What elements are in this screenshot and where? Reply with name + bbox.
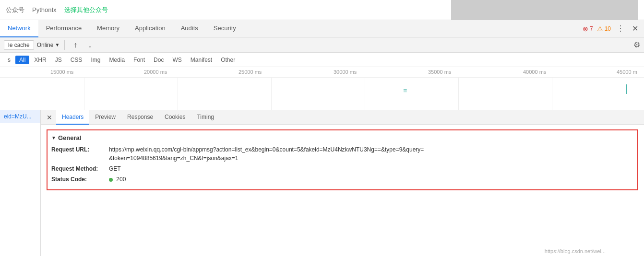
disable-cache-button[interactable]: le cache xyxy=(4,40,34,50)
request-url-value: https://mp.weixin.qq.com/cgi-bin/appmsg?… xyxy=(109,145,424,163)
status-code-label: Status Code: xyxy=(51,175,109,184)
tab-security[interactable]: Security xyxy=(206,20,244,37)
timeline-gridline-2 xyxy=(178,78,178,110)
timeline-gridline-6 xyxy=(552,78,552,110)
filter-all-button[interactable]: All xyxy=(15,56,29,64)
filter-other-button[interactable]: Other xyxy=(217,56,239,64)
detail-close-button[interactable]: ✕ xyxy=(43,110,56,125)
filter-bar: s All XHR JS CSS Img Media Font Doc WS M… xyxy=(0,53,644,67)
request-url-label: Request URL: xyxy=(51,145,109,163)
detail-tab-cookies[interactable]: Cookies xyxy=(159,110,191,125)
main-content: eid=MzU... ✕ Headers Preview Response Co… xyxy=(0,110,644,256)
toolbar-right: ⚙ xyxy=(633,40,640,49)
upload-button[interactable]: ↑ xyxy=(70,39,81,51)
devtools-tabs: Network Performance Memory Application A… xyxy=(0,20,644,37)
filter-s-button[interactable]: s xyxy=(4,56,14,64)
settings-icon[interactable]: ⚙ xyxy=(633,40,640,49)
headers-content: ▼ General Request URL: https://mp.weixin… xyxy=(41,125,644,256)
tab-network[interactable]: Network xyxy=(0,20,38,37)
throttle-arrow-icon: ▼ xyxy=(55,42,60,47)
timeline-mark-35000: 35000 ms xyxy=(428,69,451,75)
error-badge: ⊗ 7 xyxy=(583,25,593,33)
filter-doc-button[interactable]: Doc xyxy=(150,56,167,64)
request-list: eid=MzU... xyxy=(0,110,41,256)
watermark: https://blog.csdn.net/wei... xyxy=(545,248,606,254)
tab-audits[interactable]: Audits xyxy=(173,20,206,37)
top-bar: 公众号 PythonIx 选择其他公众号 xyxy=(0,0,644,20)
filter-img-button[interactable]: Img xyxy=(87,56,104,64)
filter-ws-button[interactable]: WS xyxy=(168,56,185,64)
tab-application[interactable]: Application xyxy=(127,20,173,37)
switch-account-link[interactable]: 选择其他公众号 xyxy=(64,6,108,14)
right-panel: ✕ Headers Preview Response Cookies Timin… xyxy=(41,110,644,256)
warning-badge: ⚠ 10 xyxy=(597,25,611,33)
timeline: 15000 ms 20000 ms 25000 ms 30000 ms 3500… xyxy=(0,67,644,110)
more-button[interactable]: ⋮ xyxy=(615,22,626,35)
request-method-label: Request Method: xyxy=(51,164,109,173)
warning-icon: ⚠ xyxy=(597,25,603,33)
filter-manifest-button[interactable]: Manifest xyxy=(187,56,216,64)
timeline-marker-1: ≡ xyxy=(403,87,407,94)
close-devtools-button[interactable]: ✕ xyxy=(630,22,640,35)
timeline-gridline-3 xyxy=(271,78,272,110)
error-icon: ⊗ xyxy=(583,25,588,33)
status-code-value: 200 xyxy=(109,175,126,184)
network-toolbar: le cache Online ▼ ↑ ↓ ⚙ xyxy=(0,37,644,53)
filter-css-button[interactable]: CSS xyxy=(67,56,86,64)
devtools-tabs-right: ⊗ 7 ⚠ 10 ⋮ ✕ xyxy=(583,22,644,35)
timeline-gridline-4 xyxy=(365,78,365,110)
tab-performance[interactable]: Performance xyxy=(38,20,89,37)
detail-tabs: ✕ Headers Preview Response Cookies Timin… xyxy=(41,110,644,125)
timeline-mark-20000: 20000 ms xyxy=(144,69,167,75)
detail-tab-timing[interactable]: Timing xyxy=(191,110,220,125)
timeline-mark-25000: 25000 ms xyxy=(239,69,262,75)
timeline-marker-2 xyxy=(626,84,627,94)
request-item[interactable]: eid=MzU... xyxy=(0,110,40,123)
brand-label: 公众号 xyxy=(6,6,24,14)
timeline-gridline-1 xyxy=(84,78,84,110)
account-label: PythonIx xyxy=(32,6,57,13)
screenshot-area xyxy=(451,0,638,20)
request-method-row: Request Method: GET xyxy=(51,164,633,173)
error-count: 7 xyxy=(590,25,593,32)
tab-memory[interactable]: Memory xyxy=(89,20,127,37)
status-code-row: Status Code: 200 xyxy=(51,175,633,184)
timeline-mark-45000: 45000 m xyxy=(617,69,637,75)
request-url-row: Request URL: https://mp.weixin.qq.com/cg… xyxy=(51,145,633,163)
timeline-mark-15000: 15000 ms xyxy=(50,69,73,75)
timeline-mark-40000: 40000 ms xyxy=(523,69,546,75)
filter-font-button[interactable]: Font xyxy=(130,56,149,64)
warning-count: 10 xyxy=(605,25,611,32)
timeline-ruler: 15000 ms 20000 ms 25000 ms 30000 ms 3500… xyxy=(0,67,644,78)
detail-tab-response[interactable]: Response xyxy=(121,110,159,125)
toolbar-divider-1 xyxy=(64,40,65,50)
timeline-content: ≡ xyxy=(0,78,644,110)
general-section-border: ▼ General Request URL: https://mp.weixin… xyxy=(47,129,638,190)
section-arrow-icon: ▼ xyxy=(51,135,56,140)
throttle-select[interactable]: Online ▼ xyxy=(37,42,60,48)
timeline-gridline-5 xyxy=(458,78,459,110)
detail-tab-preview[interactable]: Preview xyxy=(89,110,121,125)
filter-js-button[interactable]: JS xyxy=(51,56,66,64)
detail-tab-headers[interactable]: Headers xyxy=(56,110,89,125)
filter-media-button[interactable]: Media xyxy=(105,56,129,64)
general-section-title: ▼ General xyxy=(51,134,633,141)
timeline-mark-30000: 30000 ms xyxy=(334,69,357,75)
status-dot-icon xyxy=(109,178,113,182)
filter-xhr-button[interactable]: XHR xyxy=(30,56,50,64)
request-method-value: GET xyxy=(109,164,121,173)
download-button[interactable]: ↓ xyxy=(84,39,95,51)
